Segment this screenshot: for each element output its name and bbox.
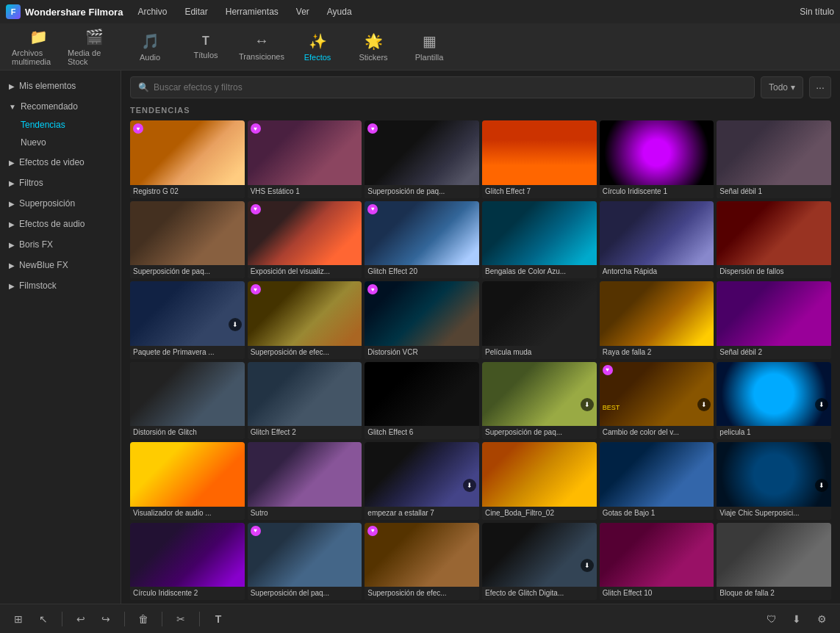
sidebar-section-mis-elementos: ▶ Mis elementos bbox=[0, 76, 121, 95]
divider-4 bbox=[199, 612, 200, 626]
effect-card-31[interactable]: Círculo Iridiscente 2 bbox=[130, 523, 245, 601]
effect-thumb-3: ♥ bbox=[365, 120, 479, 185]
sidebar-item-superposicion[interactable]: ▶ Superposición bbox=[0, 194, 121, 213]
effect-name-11: Antorcha Rápida bbox=[600, 265, 714, 278]
sidebar-label-filmstock: Filmstock bbox=[19, 281, 57, 291]
tool-grid[interactable]: ⊞ bbox=[9, 610, 28, 629]
effect-card-13[interactable]: ⬇Paquete de Primavera ... bbox=[130, 281, 245, 359]
effect-name-4: Glitch Effect 7 bbox=[482, 185, 597, 198]
effect-card-36[interactable]: Bloque de falla 2 bbox=[717, 523, 831, 601]
more-options-button[interactable]: ··· bbox=[809, 76, 831, 98]
effect-name-17: Raya de falla 2 bbox=[600, 346, 714, 359]
effect-card-11[interactable]: Antorcha Rápida bbox=[600, 201, 714, 279]
sidebar-item-filmstock[interactable]: ▶ Filmstock bbox=[0, 276, 121, 295]
effect-card-25[interactable]: Visualizador de audio ... bbox=[130, 442, 245, 520]
effect-name-1: Registro G 02 bbox=[130, 185, 245, 198]
menu-archivo[interactable]: Archivo bbox=[134, 5, 170, 18]
effect-name-28: Cine_Boda_Filtro_02 bbox=[482, 507, 597, 520]
heart-badge: ♥ bbox=[251, 204, 261, 214]
effect-card-4[interactable]: Glitch Effect 7 bbox=[482, 120, 597, 198]
effect-card-30[interactable]: ⬇Viaje Chic Superposici... bbox=[717, 442, 831, 520]
download-badge[interactable]: ⬇ bbox=[815, 479, 828, 492]
effect-card-6[interactable]: Señal débil 1 bbox=[717, 120, 831, 198]
effect-thumb-22: ⬇ bbox=[482, 362, 597, 427]
download-badge[interactable]: ⬇ bbox=[581, 398, 594, 411]
menu-herramientas[interactable]: Herramientas bbox=[223, 5, 281, 18]
tool-undo[interactable]: ↩ bbox=[71, 610, 90, 629]
effect-card-24[interactable]: ⬇pelicula 1 bbox=[717, 362, 831, 440]
download-badge[interactable]: ⬇ bbox=[581, 559, 594, 572]
effect-card-1[interactable]: ♥Registro G 02 bbox=[130, 120, 245, 198]
menu-ver[interactable]: Ver bbox=[293, 5, 312, 18]
effect-card-14[interactable]: ♥Superposición de efec... bbox=[248, 281, 362, 359]
effect-card-10[interactable]: Bengalas de Color Azu... bbox=[482, 201, 597, 279]
search-input[interactable] bbox=[154, 82, 747, 93]
effect-card-34[interactable]: ⬇Efecto de Glitch Digita... bbox=[482, 523, 597, 601]
effect-card-5[interactable]: Círculo Iridiscente 1 bbox=[600, 120, 714, 198]
effect-card-20[interactable]: Glitch Effect 2 bbox=[248, 362, 362, 440]
tool-download[interactable]: ⬇ bbox=[787, 610, 806, 629]
effect-card-26[interactable]: Sutro bbox=[248, 442, 362, 520]
sidebar-item-tendencias[interactable]: Tendencias bbox=[0, 116, 121, 134]
toolbar-stickers[interactable]: 🌟 Stickers bbox=[347, 26, 400, 68]
effect-card-29[interactable]: Gotas de Bajo 1 bbox=[600, 442, 714, 520]
effect-thumb-23: ♥⬇BEST bbox=[600, 362, 714, 427]
effect-thumb-30: ⬇ bbox=[717, 442, 831, 507]
toolbar-multimedia[interactable]: 📁 Archivos multimedia bbox=[12, 26, 65, 68]
toolbar-titulos[interactable]: T Títulos bbox=[179, 26, 232, 68]
effect-card-17[interactable]: Raya de falla 2 bbox=[600, 281, 714, 359]
tool-text[interactable]: T bbox=[209, 610, 228, 629]
effect-card-28[interactable]: Cine_Boda_Filtro_02 bbox=[482, 442, 597, 520]
sidebar-item-recomendado[interactable]: ▼ Recomendado bbox=[0, 97, 121, 116]
effect-card-12[interactable]: Dispersión de fallos bbox=[717, 201, 831, 279]
sidebar-item-filtros[interactable]: ▶ Filtros bbox=[0, 173, 121, 192]
tool-scissors[interactable]: ✂ bbox=[171, 610, 190, 629]
toolbar-transiciones[interactable]: ↔ Transiciones bbox=[235, 26, 288, 68]
section-label-tendencias: TENDENCIAS bbox=[130, 106, 831, 115]
sidebar-item-mis-elementos[interactable]: ▶ Mis elementos bbox=[0, 76, 121, 95]
effect-card-18[interactable]: Señal débil 2 bbox=[717, 281, 831, 359]
sidebar-item-efectos-video[interactable]: ▶ Efectos de video bbox=[0, 153, 121, 172]
effect-name-24: pelicula 1 bbox=[717, 426, 831, 439]
toolbar-plantilla[interactable]: ▦ Plantilla bbox=[403, 26, 456, 68]
filter-button[interactable]: Todo ▾ bbox=[761, 76, 803, 98]
sidebar-label-efectos-video: Efectos de video bbox=[19, 157, 85, 167]
effect-card-7[interactable]: Superposición de paq... bbox=[130, 201, 245, 279]
effect-card-2[interactable]: ♥VHS Estático 1 bbox=[248, 120, 362, 198]
effect-card-33[interactable]: ♥Superposición de efec... bbox=[365, 523, 479, 601]
tool-shield[interactable]: 🛡 bbox=[762, 610, 781, 629]
effect-card-3[interactable]: ♥Superposición de paq... bbox=[365, 120, 479, 198]
toolbar-efectos[interactable]: ✨ Efectos bbox=[291, 26, 344, 68]
effect-thumb-15: ♥ bbox=[365, 281, 479, 346]
sidebar-label-recomendado: Recomendado bbox=[21, 101, 78, 112]
toolbar-stock[interactable]: 🎬 Media de Stock bbox=[68, 26, 121, 68]
tool-settings[interactable]: ⚙ bbox=[812, 610, 831, 629]
tool-trash[interactable]: 🗑 bbox=[134, 610, 153, 629]
sidebar-item-boris[interactable]: ▶ Boris FX bbox=[0, 235, 121, 254]
tool-cursor[interactable]: ↖ bbox=[34, 610, 53, 629]
sidebar-item-newblue[interactable]: ▶ NewBlue FX bbox=[0, 256, 121, 275]
effect-card-32[interactable]: ♥Superposición del paq... bbox=[248, 523, 362, 601]
sidebar-item-efectos-audio[interactable]: ▶ Efectos de audio bbox=[0, 214, 121, 234]
effect-card-9[interactable]: ♥Glitch Effect 20 bbox=[365, 201, 479, 279]
heart-badge: ♥ bbox=[251, 526, 261, 536]
effect-card-27[interactable]: ⬇empezar a estallar 7 bbox=[365, 442, 479, 520]
effect-card-22[interactable]: ⬇Superposición de paq... bbox=[482, 362, 597, 440]
sidebar-item-nuevo[interactable]: Nuevo bbox=[0, 134, 121, 151]
effect-card-15[interactable]: ♥Distorsión VCR bbox=[365, 281, 479, 359]
effect-card-35[interactable]: Glitch Effect 10 bbox=[600, 523, 714, 601]
effect-name-10: Bengalas de Color Azu... bbox=[482, 265, 597, 278]
effect-card-19[interactable]: Distorsión de Glitch bbox=[130, 362, 245, 440]
toolbar-audio[interactable]: 🎵 Audio bbox=[123, 26, 176, 68]
menu-ayuda[interactable]: Ayuda bbox=[324, 5, 355, 18]
effect-card-21[interactable]: Glitch Effect 6 bbox=[365, 362, 479, 440]
download-badge[interactable]: ⬇ bbox=[229, 318, 242, 331]
download-badge[interactable]: ⬇ bbox=[463, 479, 476, 492]
effect-card-23[interactable]: ♥⬇BESTCambio de color del v... bbox=[600, 362, 714, 440]
divider-2 bbox=[124, 612, 125, 626]
menu-editar[interactable]: Editar bbox=[182, 5, 210, 18]
effect-card-8[interactable]: ♥Exposición del visualiz... bbox=[248, 201, 362, 279]
effect-name-27: empezar a estallar 7 bbox=[365, 507, 479, 520]
effect-card-16[interactable]: Película muda bbox=[482, 281, 597, 359]
tool-redo[interactable]: ↪ bbox=[96, 610, 115, 629]
